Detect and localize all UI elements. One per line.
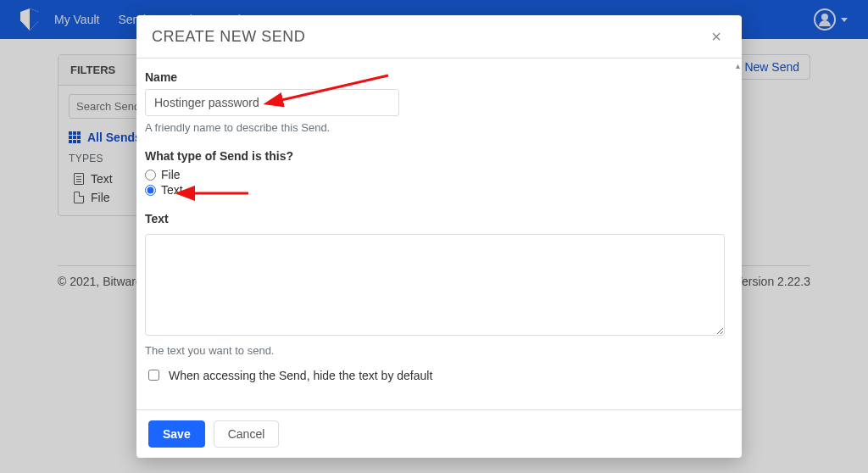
text-content-label: Text <box>145 212 725 225</box>
type-option-text[interactable]: Text <box>145 183 725 197</box>
save-button[interactable]: Save <box>148 420 205 448</box>
modal-title: CREATE NEW SEND <box>152 28 305 46</box>
hide-text-option[interactable]: When accessing the Send, hide the text b… <box>145 367 725 383</box>
name-label: Name <box>145 70 725 84</box>
modal-body: Name A friendly name to describe this Se… <box>136 58 742 409</box>
type-label: What type of Send is this? <box>145 149 725 163</box>
type-option-text-label: Text <box>161 183 183 197</box>
send-name-input[interactable] <box>145 89 399 116</box>
create-send-modal: ▴ CREATE NEW SEND × Name A friendly name… <box>136 15 742 458</box>
hide-text-checkbox[interactable] <box>148 370 159 381</box>
send-text-textarea[interactable] <box>145 234 725 336</box>
type-option-file[interactable]: File <box>145 168 725 181</box>
type-radio-text[interactable] <box>145 185 156 196</box>
name-hint: A friendly name to describe this Send. <box>145 121 725 134</box>
cancel-button[interactable]: Cancel <box>214 420 280 448</box>
type-radio-file[interactable] <box>145 170 156 181</box>
hide-text-label: When accessing the Send, hide the text b… <box>169 369 432 382</box>
type-option-file-label: File <box>161 168 181 181</box>
close-icon[interactable]: × <box>706 27 726 46</box>
text-hint: The text you want to send. <box>145 344 725 357</box>
